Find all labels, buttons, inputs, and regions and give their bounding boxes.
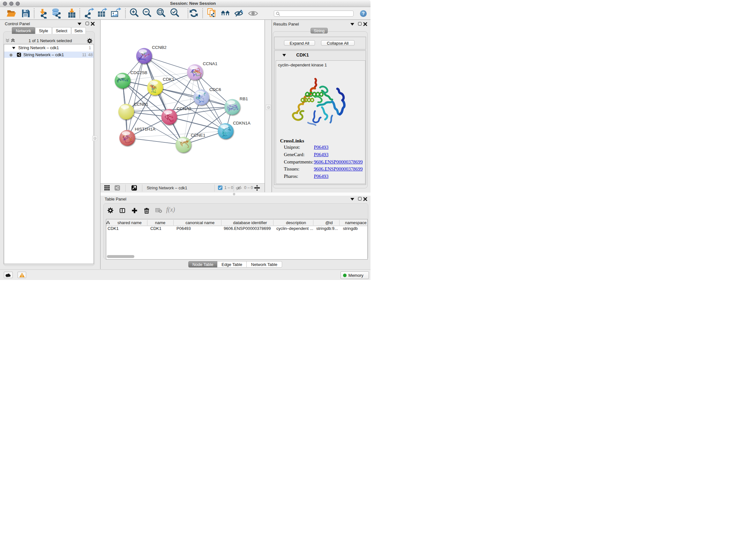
svg-text:HIST1H1A: HIST1H1A <box>135 127 155 132</box>
svg-text:CDK1: CDK1 <box>163 77 174 82</box>
svg-text:RB1: RB1 <box>240 97 248 101</box>
svg-text:CCNA2: CCNA2 <box>177 106 191 111</box>
svg-text:CCNE1: CCNE1 <box>191 133 205 138</box>
svg-text:CCNB2: CCNB2 <box>152 45 166 50</box>
svg-text:CDKN1A: CDKN1A <box>233 121 251 125</box>
svg-text:CCNA1: CCNA1 <box>203 61 218 66</box>
svg-text:CCNB1: CCNB1 <box>134 102 148 107</box>
svg-text:CDC25B: CDC25B <box>131 70 147 75</box>
svg-text:CDC6: CDC6 <box>209 87 221 92</box>
